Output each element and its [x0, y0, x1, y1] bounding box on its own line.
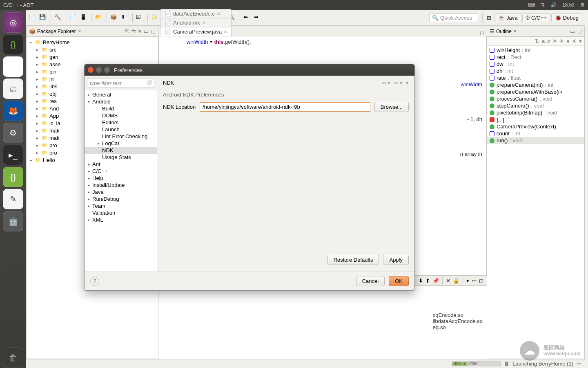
pref-tree-item[interactable]: Launch	[85, 126, 157, 133]
quick-access[interactable]: 🔍 Quick Access	[429, 13, 478, 22]
hide-nonpublic-icon[interactable]: ●	[566, 38, 570, 44]
app-icon-1[interactable]: {}	[3, 34, 23, 55]
perspective-java[interactable]: ☕Java	[494, 13, 521, 22]
tree-item[interactable]: ▸📁src	[27, 46, 158, 53]
editor-tab[interactable]: 📄dataAcqEncode.c✕	[160, 9, 232, 18]
outline-item[interactable]: pixeltobmp(Bitmap) : void	[487, 109, 584, 116]
text-editor-icon[interactable]: ✎	[3, 189, 23, 209]
restore-defaults-button[interactable]: Restore Defaults	[327, 255, 379, 265]
outline-item[interactable]: dw : int	[487, 61, 584, 67]
link-icon[interactable]: ⇆	[131, 28, 136, 34]
firefox-icon[interactable]: 🦊	[3, 101, 23, 121]
outline-item[interactable]: count : int	[487, 130, 584, 137]
pref-tree-item[interactable]: NDK	[85, 147, 157, 154]
settings-icon[interactable]: ⚙	[3, 123, 23, 143]
sort-icon[interactable]: ⇅	[535, 38, 539, 44]
outline-item[interactable]: prepareCamera(int) : int	[487, 81, 584, 88]
pref-tree-item[interactable]: ▸XML	[85, 216, 157, 223]
cancel-button[interactable]: Cancel	[356, 276, 385, 286]
ok-button[interactable]: OK	[389, 276, 409, 286]
close-icon[interactable]: ✕	[513, 29, 517, 34]
menu-icon[interactable]: ▾	[406, 80, 409, 86]
volume-icon[interactable]: 🔊	[550, 2, 557, 8]
network-icon[interactable]: ⇅	[541, 2, 545, 8]
console-view[interactable]: cqEncode.so libdataAcqEncode.so eg.so	[158, 285, 487, 359]
close-icon[interactable]: ✕	[78, 29, 81, 34]
perspective-debug[interactable]: 🐞Debug	[551, 13, 582, 22]
outline-item[interactable]: {...}	[487, 116, 584, 123]
clear-icon[interactable]: ✕	[446, 278, 450, 284]
back-icon[interactable]: ⇦ ▾	[382, 80, 391, 86]
maximize-icon[interactable]: ◻	[479, 278, 483, 284]
pref-tree-item[interactable]: ▸Help	[85, 175, 157, 182]
pref-tree-item[interactable]: Validation	[85, 209, 157, 216]
open-icon[interactable]: 📂	[95, 14, 103, 22]
hammer-icon[interactable]: 🔨	[54, 14, 62, 22]
package-icon[interactable]: 📦	[110, 14, 118, 22]
pref-tree-item[interactable]: ▸LogCat	[85, 140, 157, 147]
chrome-icon[interactable]: ◉	[3, 56, 23, 77]
back-icon[interactable]: ⬅	[243, 14, 252, 22]
minimize-icon[interactable]	[96, 67, 102, 73]
pref-tree-item[interactable]: ▸Run/Debug	[85, 195, 157, 202]
heap-status[interactable]: 99M of 320M	[452, 361, 501, 366]
android-manager-icon[interactable]: 📱	[80, 14, 88, 22]
trash-icon[interactable]: 🗑	[3, 348, 23, 368]
clear-icon[interactable]: ⓧ	[146, 79, 151, 87]
open-perspective-icon[interactable]: ⊞	[487, 15, 491, 21]
new-icon[interactable]: 📄	[29, 14, 37, 22]
minimize-icon[interactable]: ▭	[144, 28, 149, 34]
pref-tree-item[interactable]: ▸Java	[85, 188, 157, 195]
hide-static-icon[interactable]: ✕	[559, 38, 564, 44]
pref-tree-item[interactable]: ▸C/C++	[85, 168, 157, 175]
dash-icon[interactable]: ◎	[3, 12, 23, 33]
outline-item[interactable]: rect : Rect	[487, 54, 584, 61]
pref-tree-item[interactable]: ▸Install/Update	[85, 182, 157, 188]
keyboard-icon[interactable]: ⌨	[528, 2, 535, 8]
editor-tab[interactable]: 📄CameraPreview.java✕	[160, 27, 232, 36]
pref-tree-item[interactable]: Usage Stats	[85, 154, 157, 161]
outline-item[interactable]: dh : int	[487, 67, 584, 74]
tree-project[interactable]: ▾📁BerryHome	[27, 38, 158, 46]
preferences-tree-list[interactable]: ▸General▾AndroidBuildDDMSEditorsLaunchLi…	[85, 90, 157, 272]
menu-icon[interactable]: ▾	[579, 38, 582, 44]
outline-item[interactable]: prepareCameraWithBase(in	[487, 88, 584, 95]
apply-button[interactable]: Apply	[383, 255, 409, 265]
pref-tree-item[interactable]: DDMS	[85, 112, 157, 119]
app-icon-2[interactable]: {}	[3, 167, 23, 187]
forward-icon[interactable]: ➡	[254, 14, 262, 22]
pref-tree-item[interactable]: ▸General	[85, 91, 157, 98]
help-icon[interactable]: ?	[90, 277, 99, 286]
outline-item[interactable]: run() : void	[487, 137, 584, 144]
ndk-location-input[interactable]	[200, 102, 370, 112]
doc-icon[interactable]: 📄	[69, 14, 78, 22]
wand-icon[interactable]: ✨	[151, 14, 159, 22]
save-icon[interactable]: 💾	[39, 14, 47, 22]
pref-tree-item[interactable]: Build	[85, 105, 157, 112]
maximize-icon[interactable]: ◻	[151, 28, 156, 34]
pin-icon[interactable]: 📌	[432, 278, 439, 284]
dialog-titlebar[interactable]: Preferences	[85, 64, 414, 76]
editor-tab[interactable]: 📄Android.mk✕	[160, 18, 232, 27]
maximize-icon[interactable]: ◻	[577, 28, 582, 34]
pref-tree-item[interactable]: Lint Error Checking	[85, 133, 157, 140]
clock[interactable]: 18:53	[562, 2, 575, 8]
terminal-icon[interactable]: ▸_	[3, 145, 23, 165]
sdk-icon[interactable]: ⬇	[121, 14, 129, 22]
hide-fields-icon[interactable]: ✕	[552, 38, 557, 44]
minimize-icon[interactable]: ▭	[472, 278, 477, 284]
maximize-icon[interactable]	[104, 67, 110, 73]
tree-item[interactable]: ▸📁gen	[27, 53, 158, 61]
progress-icon[interactable]: ▭	[577, 361, 581, 367]
browse-button[interactable]: Browse...	[374, 102, 409, 112]
hide-local-icon[interactable]: ✕	[572, 38, 577, 44]
outline-item[interactable]: processCamera() : void	[487, 95, 584, 102]
outline-list[interactable]: winHeight : intrect : Rectdw : intdh : i…	[487, 46, 584, 359]
lock-icon[interactable]: 🔒	[453, 278, 459, 284]
minimize-icon[interactable]: ▭	[570, 28, 575, 34]
outline-item[interactable]: stopCamera() : void	[487, 102, 584, 109]
up-icon[interactable]: ⬆	[425, 278, 430, 284]
pref-tree-item[interactable]: ▸Ant	[85, 161, 157, 168]
forward-icon[interactable]: ⇨ ▾	[394, 80, 403, 86]
outline-item[interactable]: winHeight : int	[487, 47, 584, 54]
